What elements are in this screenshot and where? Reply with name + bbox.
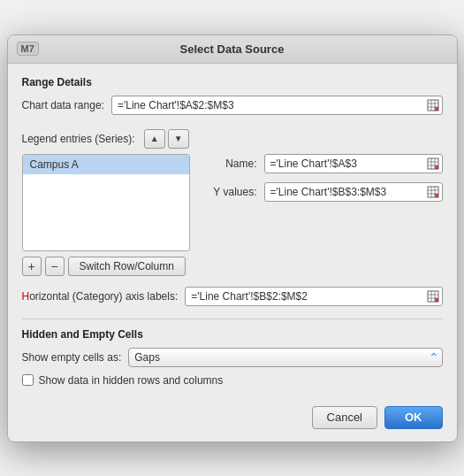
h-rest: orizontal (Category) axis labels: [29, 290, 178, 303]
range-details-section: Range Details Chart data range: [22, 76, 443, 115]
legend-content: Campus A + − Switch Row/Column Name: [22, 154, 443, 276]
name-input-wrapper [264, 154, 443, 173]
name-label: Name: [204, 157, 257, 170]
svg-rect-23 [435, 298, 438, 302]
dialog: M7 Select Data Source Range Details Char… [7, 35, 458, 442]
horizontal-axis-input[interactable] [185, 287, 442, 306]
cancel-button[interactable]: Cancel [312, 406, 377, 429]
legend-header-row: Legend entries (Series): ▲ ▼ [22, 129, 443, 149]
dialog-title: Select Data Source [180, 42, 285, 56]
list-item[interactable]: Campus A [23, 155, 189, 174]
chart-data-range-input[interactable] [111, 96, 443, 115]
dialog-body: Range Details Chart data range: [8, 64, 457, 441]
ok-button[interactable]: OK [384, 406, 443, 429]
name-grid-icon[interactable] [426, 157, 440, 171]
legend-label: Legend entries (Series): [22, 133, 135, 145]
show-empty-select-wrapper: Gaps Zero Connect with line ⌃ [128, 348, 442, 367]
legend-details: Name: [204, 154, 443, 276]
show-hidden-label: Show data in hidden rows and columns [39, 374, 224, 387]
range-details-header: Range Details [22, 76, 443, 88]
name-row: Name: [204, 154, 443, 173]
horizontal-axis-input-wrapper [185, 287, 442, 306]
y-values-grid-icon[interactable] [426, 185, 440, 199]
switch-row-column-button[interactable]: Switch Row/Column [68, 257, 186, 276]
horizontal-axis-section: Horizontal (Category) axis labels: [22, 287, 443, 306]
chart-data-range-row: Chart data range: [22, 96, 443, 115]
svg-rect-5 [435, 107, 438, 111]
horizontal-axis-label: Horizontal (Category) axis labels: [22, 290, 179, 303]
legend-list: Campus A [22, 154, 190, 251]
legend-up-arrow-btn[interactable]: ▲ [144, 129, 165, 149]
y-values-input[interactable] [264, 182, 443, 202]
horizontal-grid-icon[interactable] [426, 289, 440, 303]
divider [22, 319, 443, 319]
y-values-label: Y values: [204, 186, 257, 198]
show-hidden-checkbox[interactable] [22, 374, 34, 386]
footer-buttons: Cancel OK [22, 399, 443, 429]
show-empty-label: Show empty cells as: [22, 351, 122, 364]
add-series-button[interactable]: + [22, 257, 42, 276]
h-red: H [22, 290, 30, 303]
legend-section: Legend entries (Series): ▲ ▼ Campus A + … [22, 129, 443, 276]
chart-data-range-input-wrapper [111, 96, 443, 115]
y-values-row: Y values: [204, 182, 443, 202]
horizontal-axis-row: Horizontal (Category) axis labels: [22, 287, 443, 306]
title-bar: M7 Select Data Source [8, 35, 457, 64]
m7-badge: M7 [17, 42, 39, 56]
chart-range-grid-icon[interactable] [426, 98, 440, 112]
show-empty-select[interactable]: Gaps Zero Connect with line [128, 348, 442, 367]
svg-rect-11 [435, 165, 438, 169]
chart-data-range-label: Chart data range: [22, 99, 104, 111]
hidden-empty-header: Hidden and Empty Cells [22, 328, 443, 341]
hidden-empty-section: Hidden and Empty Cells Show empty cells … [22, 328, 443, 387]
show-hidden-row: Show data in hidden rows and columns [22, 374, 443, 387]
y-values-input-wrapper [264, 182, 443, 202]
legend-down-arrow-btn[interactable]: ▼ [168, 129, 189, 149]
remove-series-button[interactable]: − [45, 257, 65, 276]
show-empty-row: Show empty cells as: Gaps Zero Connect w… [22, 348, 443, 367]
name-input[interactable] [264, 154, 443, 173]
legend-list-buttons: + − Switch Row/Column [22, 257, 190, 276]
svg-rect-17 [435, 194, 438, 197]
